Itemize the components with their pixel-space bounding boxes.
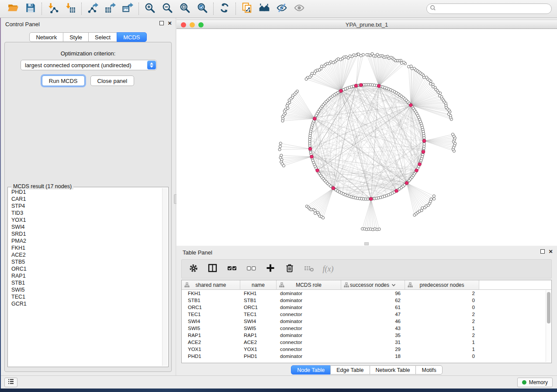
show-preview-button[interactable]: [291, 1, 308, 16]
delete-column-icon: [284, 263, 295, 275]
share-session-button[interactable]: [238, 1, 256, 16]
mcds-result-item[interactable]: SWI5: [9, 286, 161, 293]
mcds-result-item[interactable]: STP4: [9, 203, 161, 210]
mcds-result-item[interactable]: STB1: [9, 279, 161, 286]
zoom-in-icon: [144, 2, 156, 15]
table-row[interactable]: ACE2ACE2connector311: [182, 339, 551, 346]
memory-button[interactable]: Memory: [517, 378, 553, 387]
control-panel: Control Panel × NetworkStyleSelectMCDS O…: [1, 18, 175, 375]
mcds-result-item[interactable]: RAP1: [9, 272, 161, 279]
column-layout-button[interactable]: [204, 261, 221, 277]
settings-gear-button[interactable]: [185, 261, 202, 277]
tab-edge-table[interactable]: Edge Table: [330, 365, 370, 375]
mcds-result-scrollbar[interactable]: [162, 188, 167, 366]
mcds-result-list[interactable]: PHD1CAR1STP4TID3YOX1SWI4SRD1PMA2FKH1ACE2…: [9, 189, 161, 365]
tab-mcds[interactable]: MCDS: [117, 32, 146, 42]
mcds-result-item[interactable]: ORC1: [9, 265, 161, 272]
export-table-button[interactable]: [101, 1, 119, 16]
cell: 1: [405, 325, 479, 332]
import-network-button[interactable]: [44, 1, 62, 16]
cell: dominator: [277, 353, 341, 360]
column-header-predecessor-nodes[interactable]: predecessor nodes: [405, 280, 479, 290]
mcds-result-item[interactable]: SWI4: [9, 224, 161, 230]
open-session-button[interactable]: [4, 1, 22, 16]
table-row[interactable]: SWI4SWI4dominator462: [182, 318, 551, 325]
list-icon: [7, 378, 15, 387]
table-row[interactable]: SWI5SWI5connector431: [182, 325, 551, 332]
tab-style[interactable]: Style: [63, 32, 89, 42]
float-table-panel-icon[interactable]: [540, 249, 545, 254]
hide-preview-button[interactable]: [273, 1, 291, 16]
delete-column-button[interactable]: [281, 261, 298, 277]
table-body: FKH1FKH1dominator962STB1STB1dominator620…: [182, 290, 551, 360]
dropdown-stepper-icon: [147, 61, 156, 69]
table-scrollbar-thumb[interactable]: [547, 292, 550, 323]
table-row[interactable]: STB1STB1dominator620: [182, 297, 551, 304]
tab-node-table[interactable]: Node Table: [291, 365, 331, 375]
cell: TEC1: [182, 311, 240, 318]
mcds-result-item[interactable]: PMA2: [9, 237, 161, 244]
task-history-button[interactable]: [4, 378, 17, 387]
import-table-button[interactable]: [62, 1, 79, 16]
column-header-MCDS-role[interactable]: MCDS role: [277, 280, 341, 290]
mcds-result-item[interactable]: TID3: [9, 210, 161, 217]
horizontal-splitter-handle[interactable]: [364, 242, 369, 245]
memory-label: Memory: [529, 379, 548, 385]
refresh-button[interactable]: [216, 1, 233, 16]
close-panel-icon[interactable]: ×: [168, 21, 172, 25]
column-header-name[interactable]: name: [240, 280, 277, 290]
search-input[interactable]: [436, 4, 551, 13]
cell: dominator: [277, 318, 341, 325]
export-network-button[interactable]: [84, 1, 101, 16]
add-column-button[interactable]: [262, 261, 279, 277]
zoom-out-button[interactable]: [159, 1, 176, 16]
mcds-result-item[interactable]: GCR1: [9, 300, 161, 307]
table-row[interactable]: RAP1RAP1dominator352: [182, 332, 551, 339]
cell: dominator: [277, 304, 341, 311]
tab-network[interactable]: Network: [29, 32, 63, 42]
run-mcds-button[interactable]: Run MCDS: [42, 76, 85, 86]
zoom-fit-button[interactable]: [176, 1, 194, 16]
cell: FKH1: [240, 290, 277, 297]
mcds-result-item[interactable]: FKH1: [9, 244, 161, 251]
float-panel-icon[interactable]: [159, 21, 164, 25]
mcds-result-item[interactable]: YOX1: [9, 217, 161, 224]
table-row[interactable]: FKH1FKH1dominator962: [182, 290, 551, 297]
mcds-result-item[interactable]: CAR1: [9, 196, 161, 203]
table-row[interactable]: ORC1ORC1dominator610: [182, 304, 551, 311]
zoom-in-button[interactable]: [141, 1, 159, 16]
cell: 1: [405, 346, 479, 353]
mcds-result-item[interactable]: TEC1: [9, 293, 161, 300]
column-header-label: successor nodes: [350, 282, 389, 288]
deselect-all-button[interactable]: [243, 261, 259, 277]
table-row[interactable]: PHD1PHD1dominator180: [182, 353, 551, 360]
export-image-button[interactable]: [119, 1, 136, 16]
table-row[interactable]: TEC1TEC1connector472: [182, 311, 551, 318]
home-button[interactable]: [256, 1, 273, 16]
mcds-result-item[interactable]: PHD1: [9, 189, 161, 196]
optimization-dropdown[interactable]: largest connected component (undirected): [21, 60, 157, 70]
mcds-result-item[interactable]: STB5: [9, 258, 161, 265]
select-all-button[interactable]: [224, 261, 240, 277]
cell: 96: [341, 290, 405, 297]
close-table-panel-icon[interactable]: ×: [549, 249, 553, 254]
tab-motifs[interactable]: Motifs: [415, 365, 442, 375]
cell: dominator: [277, 297, 341, 304]
zoom-selected-button[interactable]: [194, 1, 211, 16]
table-header-row: shared namenameMCDS rolesuccessor nodesp…: [182, 280, 551, 290]
control-panel-tabs: NetworkStyleSelectMCDS: [1, 32, 175, 42]
cell: 0: [405, 297, 479, 304]
table-row[interactable]: YOX1YOX1connector291: [182, 346, 551, 353]
open-session-icon: [7, 2, 19, 15]
column-header-shared-name[interactable]: shared name: [182, 280, 240, 290]
close-panel-button[interactable]: Close panel: [90, 76, 135, 86]
save-session-button[interactable]: [22, 1, 39, 16]
table-scrollbar[interactable]: [546, 290, 551, 362]
tab-network-table[interactable]: Network Table: [370, 365, 416, 375]
mcds-result-item[interactable]: ACE2: [9, 251, 161, 258]
optimization-label: Optimization criterion:: [5, 50, 171, 57]
column-header-successor-nodes[interactable]: successor nodes: [341, 280, 405, 290]
network-canvas[interactable]: [176, 29, 557, 246]
mcds-result-item[interactable]: SRD1: [9, 230, 161, 237]
tab-select[interactable]: Select: [88, 32, 117, 42]
